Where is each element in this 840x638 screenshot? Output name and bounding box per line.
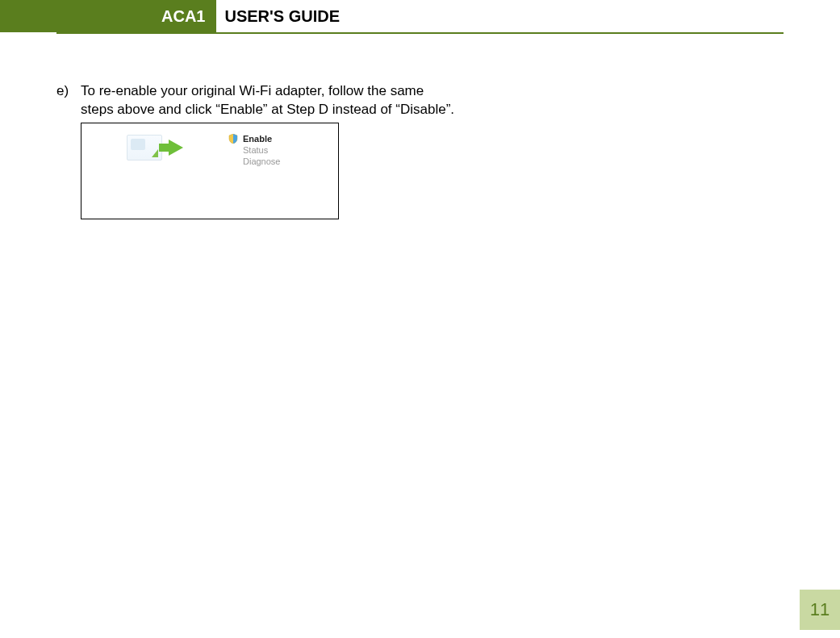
menu-item-status-label: Status: [243, 145, 268, 155]
adapter-icon: [127, 135, 162, 161]
menu-item-enable[interactable]: Enable: [228, 133, 325, 144]
menu-item-diagnose[interactable]: Diagnose: [228, 156, 325, 167]
context-menu: Enable Status Diagnose: [228, 133, 325, 167]
screenshot-figure: Enable Status Diagnose: [81, 123, 339, 219]
arrow-right-icon: [169, 140, 183, 156]
list-marker: e): [56, 82, 81, 101]
page-number: 11: [800, 590, 840, 630]
menu-item-status[interactable]: Status: [228, 144, 325, 156]
document-title: USER'S GUIDE: [216, 0, 340, 32]
instruction-text: To re-enable your original Wi-Fi adapter…: [81, 82, 460, 119]
blank-icon: [228, 156, 238, 166]
instruction-item: e) To re-enable your original Wi-Fi adap…: [56, 82, 460, 119]
document-header: ACA1 USER'S GUIDE: [56, 0, 784, 34]
shield-icon: [228, 134, 238, 144]
blank-icon: [228, 145, 238, 155]
menu-item-enable-label: Enable: [243, 134, 272, 144]
adapter-graphic: [127, 135, 183, 161]
menu-item-diagnose-label: Diagnose: [243, 156, 280, 166]
page-content: e) To re-enable your original Wi-Fi adap…: [0, 34, 840, 219]
product-badge: ACA1: [0, 0, 216, 32]
